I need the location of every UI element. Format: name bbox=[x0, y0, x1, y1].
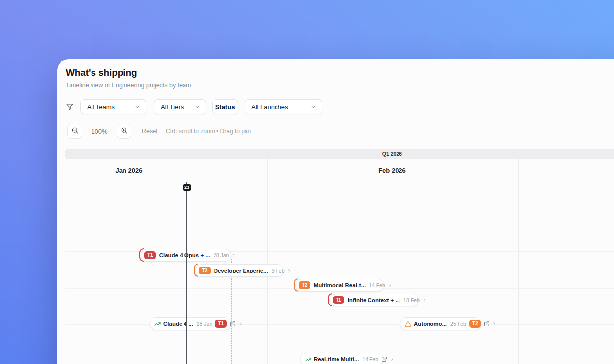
project-bar[interactable]: T2Multimodal Real-t...14 Feb bbox=[295, 279, 384, 292]
filter-funnel-icon bbox=[66, 103, 74, 113]
project-name: Developer Experie... bbox=[214, 268, 268, 273]
launch-pill[interactable]: Real-time Multi...14 Feb bbox=[300, 353, 384, 364]
tiers-filter-value: All Tiers bbox=[161, 103, 184, 111]
launch-name: Real-time Multi... bbox=[314, 356, 359, 362]
tier-badge: T2 bbox=[299, 281, 310, 289]
project-ship-date: 3 Feb bbox=[272, 268, 285, 273]
chevron-down-icon bbox=[134, 104, 140, 110]
tier-bracket bbox=[194, 264, 198, 277]
month-label-feb: Feb 2026 bbox=[378, 159, 406, 182]
launch-pill[interactable]: Autonomo...25 FebT2 bbox=[400, 317, 481, 330]
tier-bracket bbox=[294, 278, 298, 292]
tier-badge: T1 bbox=[215, 320, 227, 328]
project-bar[interactable]: T1Infinite Context + ...18 Feb bbox=[329, 294, 419, 306]
chevron-right-icon bbox=[492, 321, 497, 326]
launch-name: Claude 4 ... bbox=[163, 321, 193, 327]
launch-pill[interactable]: Claude 4 ...28 JanT1 bbox=[150, 317, 231, 330]
chevron-right-icon bbox=[422, 298, 427, 303]
chevron-right-icon bbox=[238, 321, 243, 326]
row-separator bbox=[65, 324, 614, 325]
chevron-right-icon bbox=[390, 357, 395, 362]
launches-filter-value: All Launches bbox=[251, 103, 288, 111]
launch-date: 25 Feb bbox=[450, 321, 466, 327]
zoom-out-button[interactable] bbox=[67, 124, 82, 139]
project-ship-date: 28 Jan bbox=[214, 252, 229, 258]
project-name: Multimodal Real-t... bbox=[314, 282, 366, 288]
alert-triangle-icon bbox=[405, 321, 411, 327]
tier-bracket bbox=[139, 248, 144, 262]
teams-filter-value: All Teams bbox=[87, 103, 115, 111]
page-background: What's shipping Timeline view of Enginee… bbox=[0, 0, 614, 364]
zoom-in-button[interactable] bbox=[117, 124, 131, 139]
trending-up-icon bbox=[154, 321, 161, 327]
tier-badge: T2 bbox=[199, 267, 211, 274]
chevron-down-icon bbox=[310, 104, 316, 110]
zoom-hint-text: Ctrl+scroll to zoom • Drag to pan bbox=[166, 124, 251, 139]
month-label-jan: Jan 2026 bbox=[116, 159, 143, 182]
quarter-header: Q1 2026 bbox=[65, 149, 614, 159]
whats-shipping-panel: What's shipping Timeline view of Enginee… bbox=[57, 59, 614, 364]
launch-date: 14 Feb bbox=[362, 356, 378, 362]
trending-up-icon bbox=[305, 356, 311, 363]
status-filter-button[interactable]: Status bbox=[212, 99, 238, 114]
tier-badge: T1 bbox=[144, 251, 156, 259]
filter-bar: All Teams All Tiers Status All Launches bbox=[57, 99, 614, 114]
external-link-icon[interactable] bbox=[230, 321, 236, 327]
chevron-right-icon bbox=[287, 268, 292, 273]
tier-badge: T1 bbox=[333, 296, 344, 304]
zoom-level-readout: 100% bbox=[85, 124, 114, 139]
launches-filter-select[interactable]: All Launches bbox=[245, 99, 322, 114]
ship-date-dashed-line bbox=[420, 306, 420, 364]
status-filter-label: Status bbox=[215, 103, 235, 111]
chevron-down-icon bbox=[194, 104, 200, 110]
chevron-right-icon bbox=[388, 283, 393, 288]
teams-filter-select[interactable]: All Teams bbox=[80, 99, 146, 114]
tiers-filter-select[interactable]: All Tiers bbox=[154, 99, 206, 114]
timeline-canvas[interactable]: 23 T1Claude 4 Opus + ...28 JanT2Develope… bbox=[57, 182, 614, 364]
external-link-icon[interactable] bbox=[381, 356, 387, 362]
tier-bracket bbox=[328, 293, 332, 306]
page-title: What's shipping bbox=[66, 67, 137, 78]
project-bar[interactable]: T2Developer Experie...3 Feb bbox=[195, 264, 284, 277]
month-gridline-feb bbox=[267, 159, 268, 364]
project-name: Infinite Context + ... bbox=[348, 297, 400, 303]
external-link-icon[interactable] bbox=[484, 321, 490, 327]
launch-name: Autonomo... bbox=[414, 321, 447, 327]
project-name: Claude 4 Opus + ... bbox=[159, 252, 210, 258]
today-date-badge: 23 bbox=[183, 184, 191, 191]
zoom-toolbar: 100% Reset Ctrl+scroll to zoom • Drag to… bbox=[57, 124, 614, 139]
project-ship-date: 14 Feb bbox=[369, 282, 385, 288]
page-subtitle: Timeline view of Engineering projects by… bbox=[66, 82, 191, 89]
project-bar[interactable]: T1Claude 4 Opus + ...28 Jan bbox=[141, 249, 231, 262]
chevron-right-icon bbox=[231, 253, 236, 258]
month-gridline-mar bbox=[518, 159, 519, 364]
launch-date: 28 Jan bbox=[197, 321, 213, 327]
reset-zoom-button[interactable]: Reset bbox=[142, 124, 158, 139]
zoom-out-icon bbox=[71, 127, 79, 136]
month-header: Jan 2026 Feb 2026 bbox=[65, 159, 614, 182]
tier-badge: T2 bbox=[469, 320, 481, 328]
zoom-in-icon bbox=[121, 127, 128, 136]
today-marker-line: 23 bbox=[186, 182, 187, 364]
quarter-label: Q1 2026 bbox=[382, 149, 402, 159]
project-ship-date: 18 Feb bbox=[403, 297, 420, 303]
